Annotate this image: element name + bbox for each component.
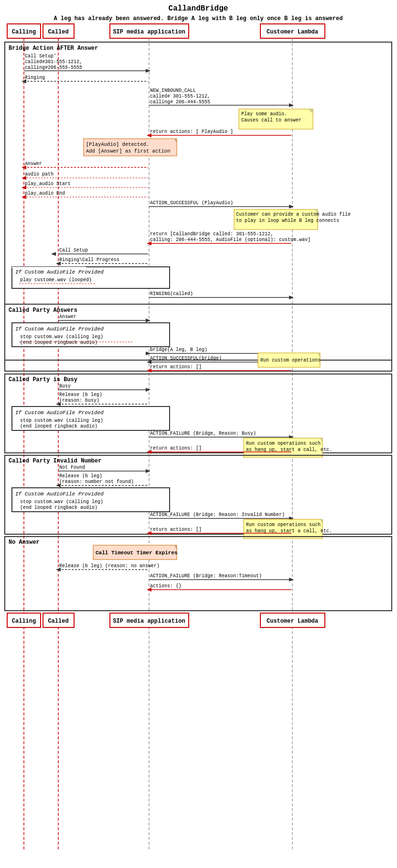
svg-text:If Custom AudioFile Provided: If Custom AudioFile Provided [15,269,104,275]
svg-text:ACTION_SUCCESSFUL (PlayAudio): ACTION_SUCCESSFUL (PlayAudio) [150,200,233,206]
svg-text:Run custom operations such: Run custom operations such [246,441,321,446]
svg-text:Run custom operations: Run custom operations [260,358,321,363]
svg-text:play_audio End: play_audio End [25,191,65,196]
svg-text:audio path: audio path [25,172,54,177]
svg-text:(end looped ringback audio): (end looped ringback audio) [20,505,97,510]
lane-lambda-top: Customer Lambda [267,29,318,35]
svg-text:to play in loop while B leg co: to play in loop while B leg connects [236,218,339,223]
lane-sip-top: SIP media application [113,29,185,35]
title: CallandBridge [169,4,228,13]
svg-text:Call Setup: Call Setup [59,248,88,253]
subtitle: A leg has already been answered. Bridge … [54,15,343,22]
svg-text:called#301-555-1212,: called#301-555-1212, [25,59,82,65]
svg-text:stop custom.wav (calling leg): stop custom.wav (calling leg) [20,334,103,340]
svg-text:ACTION_FAILURE (Bridge: Reason: ACTION_FAILURE (Bridge: Reason:Timeout) [150,573,262,579]
svg-text:return actions: []: return actions: [] [150,446,202,451]
svg-text:RINGING(called): RINGING(called) [150,291,193,297]
svg-text:Release (b leg) (reason: no an: Release (b leg) (reason: no answer) [59,563,160,569]
svg-text:Ringing\Call Progress: Ringing\Call Progress [59,257,119,263]
lane-called-bottom: Called [48,618,68,625]
svg-text:Call Timeout Timer Expires: Call Timeout Timer Expires [96,550,178,556]
svg-text:play custome.wav (looped): play custome.wav (looped) [20,277,92,283]
svg-text:Called Party is Busy: Called Party is Busy [9,376,77,383]
svg-text:Customer can provide a custom : Customer can provide a custom audio file [236,212,351,217]
svg-text:Run custom operations such: Run custom operations such [246,522,321,527]
svg-text:Called Party Answers: Called Party Answers [9,307,77,314]
section-bridge-label: Bridge Action AFTER Answer [9,45,98,52]
svg-text:return actions: []: return actions: [] [150,364,202,370]
svg-text:Not Found: Not Found [59,465,85,470]
diagram-svg: CallandBridge A leg has already been ans… [0,0,397,868]
svg-rect-65 [12,267,86,268]
lane-lambda-bottom: Customer Lambda [267,618,318,625]
svg-text:Answer: Answer [25,161,42,166]
svg-text:No Answer: No Answer [9,539,40,546]
svg-text:(end looped ringback audio): (end looped ringback audio) [20,340,97,345]
svg-text:play_audio Start: play_audio Start [25,181,71,187]
svg-text:calling#206-555-5555: calling#206-555-5555 [25,65,82,70]
svg-text:[PlayAudio] detected.: [PlayAudio] detected. [86,142,149,147]
svg-text:If Custom AudioFile Provided: If Custom AudioFile Provided [15,410,104,416]
svg-text:Release (b leg): Release (b leg) [59,392,102,397]
svg-text:return actions: [ PlayAudio ]: return actions: [ PlayAudio ] [150,129,233,134]
svg-text:Add [Answer] as first action: Add [Answer] as first action [86,148,170,154]
svg-text:If Custom AudioFile Provided: If Custom AudioFile Provided [15,491,104,497]
svg-text:(reason: busy): (reason: busy) [59,398,99,403]
svg-text:return actions: []: return actions: [] [150,527,202,532]
svg-text:Answer: Answer [59,314,76,319]
svg-text:Busy: Busy [59,384,71,389]
svg-text:Play some audio.: Play some audio. [241,111,287,117]
page-container: CallandBridge A leg has already been ans… [0,0,397,868]
svg-text:bridge(A leg, B leg): bridge(A leg, B leg) [150,347,207,352]
svg-text:called# 301-555-1212,: called# 301-555-1212, [150,94,210,99]
svg-text:Called Party Invalid Number: Called Party Invalid Number [9,458,101,464]
svg-text:Call Setup': Call Setup' [25,54,56,59]
svg-text:stop custom.wav (calling leg): stop custom.wav (calling leg) [20,418,103,423]
svg-text:ACTION_SUCCESSFUL(bridge): ACTION_SUCCESSFUL(bridge) [150,356,222,361]
lane-sip-bottom: SIP media application [113,618,185,625]
svg-text:calling# 206-444-5555: calling# 206-444-5555 [150,99,210,105]
svg-text:actions: {}: actions: {} [150,583,182,589]
svg-text:return [CallandBridge called: : return [CallandBridge called: 301-555-12… [150,231,273,237]
svg-text:If Custom AudioFile Provided: If Custom AudioFile Provided [15,326,104,332]
svg-text:(end looped ringback audio): (end looped ringback audio) [20,424,97,429]
svg-text:(reason: number not found): (reason: number not found) [59,479,134,484]
svg-text:calling: 206-444-5555, AudioFi: calling: 206-444-5555, AudioFile (option… [150,237,311,242]
lane-calling-top: Calling [12,29,36,35]
svg-text:Release (b leg): Release (b leg) [59,473,102,479]
svg-text:stop custom.wav (calling leg): stop custom.wav (calling leg) [20,499,103,505]
svg-text:Causes call to answer: Causes call to answer [241,118,301,123]
svg-text:ACTION_FAILURE (Bridge: Reason: ACTION_FAILURE (Bridge: Reason: Invalid … [150,512,285,517]
svg-text:ACTION_FAILURE (Bridge, Reason: ACTION_FAILURE (Bridge, Reason: Busy) [150,431,256,436]
svg-text:Ringing: Ringing [25,75,45,80]
svg-text:NEW_INBOUND_CALL: NEW_INBOUND_CALL [150,88,196,93]
lane-called-top: Called [48,29,68,35]
lane-calling-bottom: Calling [12,618,36,625]
